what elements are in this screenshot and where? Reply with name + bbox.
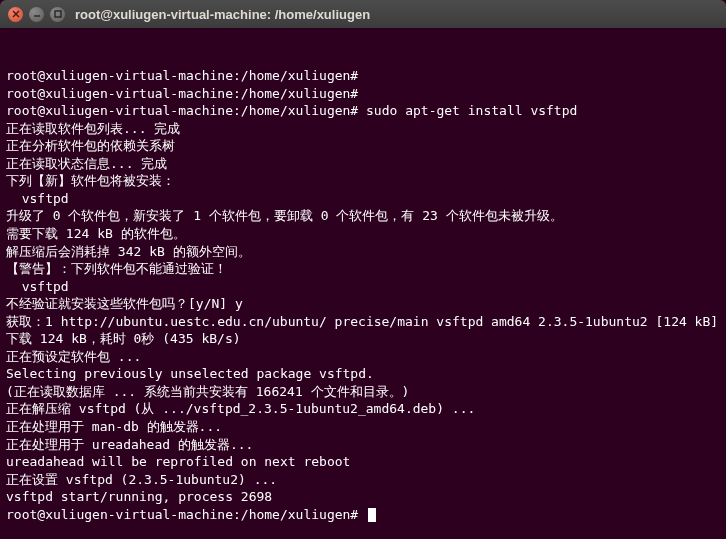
terminal-line: 下载 124 kB，耗时 0秒 (435 kB/s) <box>6 330 720 348</box>
terminal-line: root@xuliugen-virtual-machine:/home/xuli… <box>6 85 720 103</box>
svg-rect-3 <box>55 11 61 17</box>
terminal-area[interactable]: root@xuliugen-virtual-machine:/home/xuli… <box>0 28 726 539</box>
terminal-line: 正在设置 vsftpd (2.3.5-1ubuntu2) ... <box>6 471 720 489</box>
terminal-line: root@xuliugen-virtual-machine:/home/xuli… <box>6 102 720 120</box>
terminal-line: 获取：1 http://ubuntu.uestc.edu.cn/ubuntu/ … <box>6 313 720 331</box>
terminal-line: 正在读取状态信息... 完成 <box>6 155 720 173</box>
terminal-line: 正在处理用于 man-db 的触发器... <box>6 418 720 436</box>
window-controls <box>8 7 65 22</box>
terminal-line: 正在读取软件包列表... 完成 <box>6 120 720 138</box>
terminal-line: vsftpd <box>6 278 720 296</box>
terminal-line: 正在分析软件包的依赖关系树 <box>6 137 720 155</box>
terminal-line: 下列【新】软件包将被安装： <box>6 172 720 190</box>
terminal-line: 正在解压缩 vsftpd (从 .../vsftpd_2.3.5-1ubuntu… <box>6 400 720 418</box>
terminal-line: 解压缩后会消耗掉 342 kB 的额外空间。 <box>6 243 720 261</box>
cursor <box>368 508 376 522</box>
terminal-line: 【警告】：下列软件包不能通过验证！ <box>6 260 720 278</box>
terminal-line: root@xuliugen-virtual-machine:/home/xuli… <box>6 67 720 85</box>
terminal-line: 不经验证就安装这些软件包吗？[y/N] y <box>6 295 720 313</box>
terminal-line: 需要下载 124 kB 的软件包。 <box>6 225 720 243</box>
terminal-line: (正在读取数据库 ... 系统当前共安装有 166241 个文件和目录。) <box>6 383 720 401</box>
window-title: root@xuliugen-virtual-machine: /home/xul… <box>75 7 370 22</box>
terminal-line: vsftpd start/running, process 2698 <box>6 488 720 506</box>
terminal-line: 正在处理用于 ureadahead 的触发器... <box>6 436 720 454</box>
terminal-line: 正在预设定软件包 ... <box>6 348 720 366</box>
window-titlebar: root@xuliugen-virtual-machine: /home/xul… <box>0 0 726 28</box>
terminal-line: vsftpd <box>6 190 720 208</box>
terminal-line: ureadahead will be reprofiled on next re… <box>6 453 720 471</box>
minimize-button[interactable] <box>29 7 44 22</box>
maximize-button[interactable] <box>50 7 65 22</box>
terminal-line: Selecting previously unselected package … <box>6 365 720 383</box>
terminal-line: 升级了 0 个软件包，新安装了 1 个软件包，要卸载 0 个软件包，有 23 个… <box>6 207 720 225</box>
close-button[interactable] <box>8 7 23 22</box>
shell-prompt: root@xuliugen-virtual-machine:/home/xuli… <box>6 507 366 522</box>
